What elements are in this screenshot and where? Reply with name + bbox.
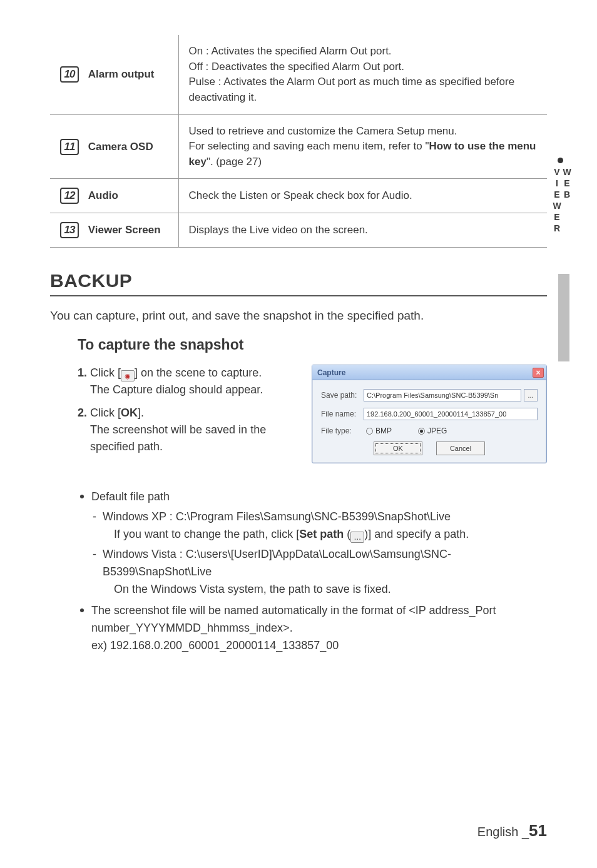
row-label: Viewer Screen	[88, 224, 161, 236]
file-type-label: File type:	[321, 426, 364, 435]
camera-icon: ◉	[121, 370, 135, 381]
save-path-label: Save path:	[321, 391, 364, 400]
notes-list: Default file path Windows XP : C:\Progra…	[78, 488, 547, 654]
capture-dialog: Capture × Save path: C:\Program Files\Sa…	[312, 365, 547, 463]
row-num: 13	[60, 222, 79, 238]
section-title: BACKUP	[50, 270, 547, 291]
ellipsis-icon: …	[350, 532, 364, 543]
info-table: 10 Alarm output On : Activates the speci…	[50, 35, 547, 248]
file-name-input[interactable]: 192.168.0.200_60001_20000114_133857_00	[364, 408, 538, 420]
row-desc: For selecting and saving each menu item,…	[189, 139, 538, 169]
subsection-title: To capture the snapshot	[78, 336, 547, 353]
radio-bmp[interactable]: BMP	[366, 426, 392, 435]
ok-button[interactable]: OK	[374, 442, 422, 455]
file-name-label: File name:	[321, 410, 364, 418]
row-desc: Pulse : Activates the Alarm Out port as …	[189, 74, 538, 105]
side-tab-label: WEB VIEWER	[552, 167, 572, 278]
dot-icon	[558, 158, 563, 163]
step-2: 2. Click [OK]. The screenshot will be sa…	[78, 405, 297, 455]
row-num: 12	[60, 188, 79, 204]
browse-button[interactable]: ...	[524, 389, 538, 401]
row-desc: Off : Deactivates the specified Alarm Ou…	[189, 59, 538, 75]
intro-text: You can capture, print out, and save the…	[50, 309, 547, 323]
save-path-input[interactable]: C:\Program Files\Samsung\SNC-B5399\Sn	[364, 389, 521, 401]
bullet-head: Default file path	[91, 490, 170, 503]
row-label: Alarm output	[88, 68, 155, 80]
row-desc: On : Activates the specified Alarm Out p…	[189, 44, 538, 59]
dialog-title-text: Capture	[317, 368, 345, 377]
row-num: 10	[60, 66, 79, 83]
row-desc: Displays the Live video on the screen.	[189, 223, 538, 238]
bullet-item: The screenshot file will be named automa…	[78, 602, 547, 655]
row-desc: Check the Listen or Speak check box for …	[189, 188, 538, 204]
sub-bullet: Windows XP : C:\Program Files\Samsung\SN…	[91, 508, 547, 543]
page-footer: English _51	[477, 821, 547, 840]
step-1: 1. Click [◉] on the scene to capture. Th…	[78, 365, 297, 398]
radio-jpeg[interactable]: JPEG	[418, 426, 447, 435]
row-label: Audio	[88, 189, 118, 201]
row-desc: Used to retrieve and customize the Camer…	[189, 124, 538, 139]
side-bar	[558, 274, 569, 361]
side-tab: WEB VIEWER	[552, 158, 568, 269]
section-rule	[50, 295, 547, 296]
sub-bullet: Windows Vista : C:\users\[UserID]\AppDat…	[91, 546, 547, 598]
cancel-button[interactable]: Cancel	[436, 442, 485, 455]
row-num: 11	[60, 139, 79, 155]
close-icon[interactable]: ×	[533, 368, 544, 378]
row-label: Camera OSD	[88, 140, 153, 152]
